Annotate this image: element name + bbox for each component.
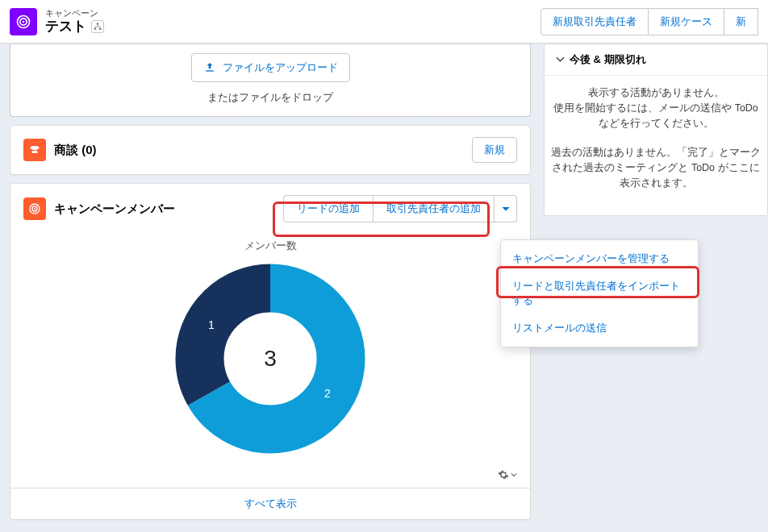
chart-area: メンバー数 3 1 2 xyxy=(10,234,530,468)
svg-rect-4 xyxy=(94,28,97,30)
chart-total: 3 xyxy=(264,346,277,372)
menu-item-import[interactable]: リードと取引先責任者をインポートする xyxy=(501,272,698,314)
campaign-members-card: キャンペーンメンバー リードの追加 取引先責任者の追加 メンバー数 xyxy=(10,183,531,520)
page-title: テスト xyxy=(45,19,86,35)
files-card: ファイルをアップロード またはファイルをドロップ xyxy=(10,44,531,117)
chevron-down-icon xyxy=(502,206,510,212)
more-actions-button[interactable] xyxy=(495,195,517,222)
chart-settings-button[interactable] xyxy=(498,469,517,480)
activity-msg-1a: 表示する活動がありません。 xyxy=(588,87,724,98)
svg-point-2 xyxy=(23,20,25,23)
campaign-members-menu: キャンペーンメンバーを管理する リードと取引先責任者をインポートする リストメー… xyxy=(500,239,699,347)
new-overflow-button[interactable]: 新 xyxy=(724,8,758,35)
gear-icon xyxy=(498,469,509,480)
chart-segment-label-1: 1 xyxy=(208,318,215,331)
opportunities-card: 商談 (0) 新規 xyxy=(10,125,531,175)
activity-msg-1b: 使用を開始するには、メールの送信や ToDo などを行ってください。 xyxy=(553,102,758,129)
record-type-label: キャンペーン xyxy=(45,8,104,19)
svg-rect-5 xyxy=(99,28,102,30)
activity-empty-state: 表示する活動がありません。 使用を開始するには、メールの送信や ToDo などを… xyxy=(545,76,767,215)
view-all-link[interactable]: すべて表示 xyxy=(10,488,530,519)
menu-item-list-email[interactable]: リストメールの送信 xyxy=(501,314,698,342)
new-contact-button[interactable]: 新規取引先責任者 xyxy=(541,8,649,35)
chevron-down-icon xyxy=(511,472,517,477)
drop-files-label: またはファイルをドロップ xyxy=(10,90,530,105)
chart-segment-label-2: 2 xyxy=(324,387,331,400)
activity-toggle[interactable]: 今後 & 期限切れ xyxy=(545,44,767,76)
svg-point-10 xyxy=(34,208,35,210)
svg-rect-6 xyxy=(206,70,213,71)
upload-files-button[interactable]: ファイルをアップロード xyxy=(191,53,350,82)
donut-chart: 3 1 2 xyxy=(169,258,371,459)
activity-card: 今後 & 期限切れ 表示する活動がありません。 使用を開始するには、メールの送信… xyxy=(544,44,768,216)
new-opportunity-button[interactable]: 新規 xyxy=(472,137,517,163)
upload-files-label: ファイルをアップロード xyxy=(223,60,338,75)
header-title-block: キャンペーン テスト xyxy=(45,8,104,35)
campaign-member-actions: リードの追加 取引先責任者の追加 xyxy=(283,195,517,222)
header-actions: 新規取引先責任者 新規ケース 新 xyxy=(541,8,758,35)
add-leads-button[interactable]: リードの追加 xyxy=(283,195,374,222)
page-header: キャンペーン テスト 新規取引先責任者 新規ケース 新 xyxy=(0,0,768,44)
opportunity-icon xyxy=(23,139,46,161)
campaign-members-title: キャンペーンメンバー xyxy=(54,202,175,217)
menu-item-manage[interactable]: キャンペーンメンバーを管理する xyxy=(501,245,698,272)
activity-msg-2: 過去の活動はありません。「完了」とマークされた過去のミーティングと ToDo が… xyxy=(548,145,764,190)
hierarchy-icon[interactable] xyxy=(91,20,104,33)
opportunities-title: 商談 (0) xyxy=(54,143,97,158)
new-case-button[interactable]: 新規ケース xyxy=(649,8,724,35)
svg-rect-3 xyxy=(97,23,99,25)
activity-header-label: 今後 & 期限切れ xyxy=(570,52,646,67)
chart-title: メンバー数 xyxy=(23,239,517,253)
campaign-icon xyxy=(10,8,37,35)
add-contacts-button[interactable]: 取引先責任者の追加 xyxy=(374,195,495,222)
chevron-down-icon xyxy=(556,56,565,63)
campaign-member-icon xyxy=(23,197,46,220)
upload-icon xyxy=(203,61,216,74)
